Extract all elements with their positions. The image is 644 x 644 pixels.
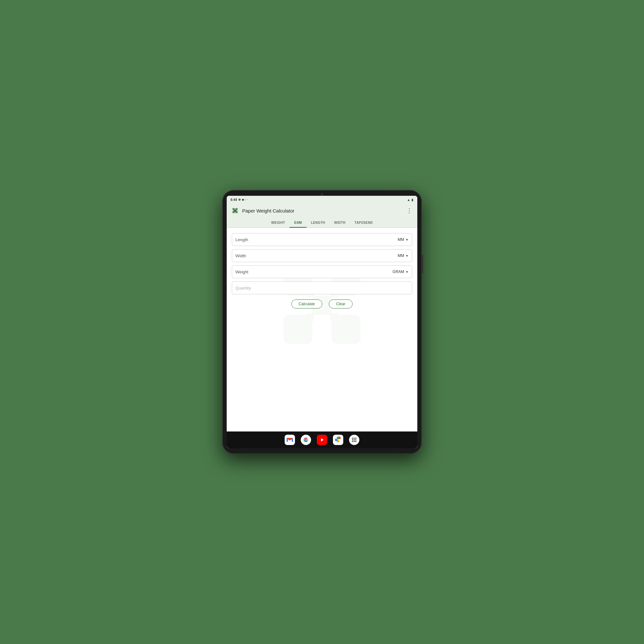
status-icons: ⊕ ◈ ↑ · xyxy=(238,198,248,201)
more-options-button[interactable]: ⋮ xyxy=(405,206,413,215)
quantity-field[interactable]: Quantity xyxy=(232,281,412,294)
svg-rect-9 xyxy=(332,315,361,344)
camera xyxy=(321,193,323,196)
quantity-placeholder: Quantity xyxy=(235,286,251,290)
weight-label: Weight xyxy=(235,270,393,274)
width-row[interactable]: Width MM ▼ xyxy=(232,249,412,262)
tab-tap2send[interactable]: TAP2SEND xyxy=(350,218,377,228)
chrome-icon[interactable] xyxy=(301,435,311,445)
main-content: Length MM ▼ Width MM ▼ Weight xyxy=(227,228,417,431)
svg-rect-13 xyxy=(314,315,330,344)
button-row: Calculate Clear xyxy=(232,299,412,308)
svg-point-23 xyxy=(355,438,356,439)
width-label: Width xyxy=(235,253,398,258)
status-indicators: ▲ ▮ xyxy=(407,198,413,202)
tab-bar: WEIGHT GSM LENGTH WIDTH TAP2SEND xyxy=(227,218,417,228)
svg-point-22 xyxy=(354,438,355,439)
status-time: 6:44 ⊕ ◈ ↑ · xyxy=(231,198,248,202)
svg-rect-3 xyxy=(232,211,235,213)
length-label: Length xyxy=(235,237,398,242)
svg-point-28 xyxy=(354,441,355,442)
length-unit-selector[interactable]: MM ▼ xyxy=(398,237,409,242)
app-logo xyxy=(231,206,240,215)
svg-point-24 xyxy=(352,439,353,440)
width-unit-value: MM xyxy=(398,253,404,258)
width-chevron-icon: ▼ xyxy=(405,254,409,258)
youtube-icon[interactable] xyxy=(317,435,327,445)
dock xyxy=(227,431,417,448)
time-display: 6:44 xyxy=(231,198,237,202)
clear-button[interactable]: Clear xyxy=(329,299,353,308)
tab-weight[interactable]: WEIGHT xyxy=(267,218,289,228)
tab-length[interactable]: LENGTH xyxy=(307,218,330,228)
photos-icon[interactable] xyxy=(333,435,343,445)
signal-icon: ▲ xyxy=(407,198,410,202)
svg-rect-8 xyxy=(283,315,312,344)
svg-point-25 xyxy=(354,439,355,440)
weight-row[interactable]: Weight GRAM ▼ xyxy=(232,265,412,278)
svg-point-21 xyxy=(352,438,353,439)
weight-unit-selector[interactable]: GRAM ▼ xyxy=(393,270,409,274)
app-title: Paper Weight Calculator xyxy=(242,208,403,213)
form-section: Length MM ▼ Width MM ▼ Weight xyxy=(232,233,412,308)
weight-unit-value: GRAM xyxy=(393,270,404,274)
tab-gsm[interactable]: GSM xyxy=(289,218,306,228)
apps-icon[interactable] xyxy=(349,435,359,445)
tablet-screen: 6:44 ⊕ ◈ ↑ · ▲ ▮ Paper Weight Calculator xyxy=(227,196,417,448)
status-bar: 6:44 ⊕ ◈ ↑ · ▲ ▮ xyxy=(227,196,417,204)
length-row[interactable]: Length MM ▼ xyxy=(232,233,412,246)
length-chevron-icon: ▼ xyxy=(405,238,409,241)
calculate-button[interactable]: Calculate xyxy=(291,299,322,308)
svg-point-26 xyxy=(355,439,356,440)
svg-point-17 xyxy=(305,439,307,441)
length-unit-value: MM xyxy=(398,237,404,242)
app-bar: Paper Weight Calculator ⋮ xyxy=(227,204,417,218)
tablet-device: 6:44 ⊕ ◈ ↑ · ▲ ▮ Paper Weight Calculator xyxy=(222,190,422,454)
svg-point-29 xyxy=(355,441,356,442)
weight-chevron-icon: ▼ xyxy=(405,270,409,274)
tab-width[interactable]: WIDTH xyxy=(330,218,350,228)
volume-button xyxy=(422,254,423,274)
width-unit-selector[interactable]: MM ▼ xyxy=(398,253,409,258)
gmail-icon[interactable] xyxy=(285,435,295,445)
svg-rect-4 xyxy=(235,211,238,213)
battery-icon: ▮ xyxy=(412,198,413,202)
svg-point-27 xyxy=(352,441,353,442)
